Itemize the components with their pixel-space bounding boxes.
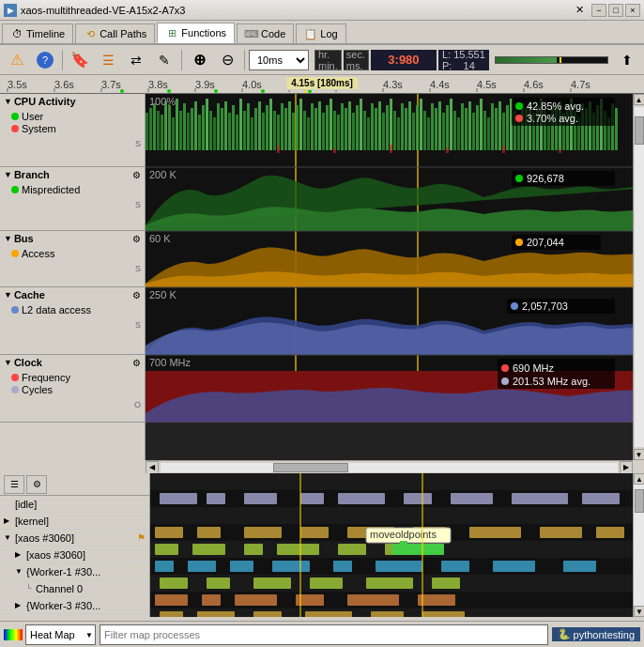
idle-arrow bbox=[4, 500, 13, 508]
svg-text:3.8s: 3.8s bbox=[148, 79, 168, 90]
tree-item-idle[interactable]: [idle] bbox=[0, 496, 149, 513]
tree-item-worker1[interactable]: ▼ {Worker-1 #30... bbox=[0, 563, 149, 580]
filter-processes-input[interactable] bbox=[100, 624, 548, 645]
svg-rect-230 bbox=[400, 541, 407, 548]
charts-scrollbar: ▲ ▼ bbox=[633, 94, 644, 460]
svg-rect-107 bbox=[412, 113, 415, 150]
svg-rect-244 bbox=[253, 578, 291, 589]
cache-header[interactable]: ▼ Cache ⚙ bbox=[0, 287, 145, 302]
svg-rect-46 bbox=[183, 103, 186, 150]
time-dropdown[interactable]: 10ms 1ms 100ms bbox=[249, 50, 309, 70]
tab-close-icon[interactable]: ✕ bbox=[575, 4, 584, 16]
filter-btn[interactable]: ☰ bbox=[95, 48, 121, 72]
heatmap-icon bbox=[4, 626, 23, 643]
tree-item-worker3[interactable]: ▶ {Worker-3 #30... bbox=[0, 597, 149, 614]
legend-frequency: Frequency bbox=[11, 372, 137, 383]
h-scroll-left-btn[interactable]: ◀ bbox=[146, 461, 159, 474]
svg-rect-103 bbox=[397, 117, 400, 150]
tree-item-kernel[interactable]: ▶ [kernel] bbox=[0, 513, 149, 530]
svg-rect-232 bbox=[155, 561, 174, 572]
zoom-in-icon: ⊕ bbox=[193, 51, 206, 69]
cpu-expand-arrow: ▼ bbox=[4, 97, 12, 106]
tab-timeline[interactable]: ⏱ Timeline bbox=[2, 23, 73, 43]
scroll-down-btn[interactable]: ▼ bbox=[634, 449, 645, 460]
settings-btn[interactable]: ⚙ bbox=[26, 475, 47, 494]
zoom-out-btn[interactable]: ⊖ bbox=[214, 48, 240, 72]
warning-btn[interactable]: ⚠ bbox=[4, 48, 30, 72]
bookmark-btn[interactable]: 🔖 bbox=[67, 48, 93, 72]
svg-rect-166 bbox=[502, 146, 505, 153]
export-btn[interactable]: ⬆ bbox=[614, 48, 640, 72]
maximize-btn[interactable]: □ bbox=[608, 4, 623, 17]
svg-rect-125 bbox=[480, 99, 483, 150]
scroll-thumb[interactable] bbox=[635, 116, 644, 145]
mispredicted-label: Mispredicted bbox=[22, 184, 80, 195]
svg-point-181 bbox=[515, 239, 523, 246]
svg-text:42.85% avg.: 42.85% avg. bbox=[527, 100, 584, 112]
svg-rect-54 bbox=[213, 117, 216, 150]
svg-rect-76 bbox=[296, 105, 299, 150]
python-badge: 🐍 pythontesting bbox=[552, 627, 640, 641]
svg-rect-267 bbox=[4, 629, 23, 640]
charts-h-scrollbar: ◀ ▶ bbox=[146, 460, 633, 473]
python-icon: 🐍 bbox=[558, 628, 571, 640]
svg-rect-258 bbox=[253, 611, 282, 617]
svg-rect-41 bbox=[164, 101, 167, 150]
tab-functions[interactable]: ⊞ Functions bbox=[157, 23, 235, 43]
branch-header[interactable]: ▼ Branch ⚙ bbox=[0, 167, 145, 182]
time-selector: 10ms 1ms 100ms bbox=[249, 50, 309, 70]
heatmap-select[interactable]: Heat Map bbox=[25, 624, 96, 645]
scroll-track[interactable] bbox=[635, 107, 644, 447]
timeline-scroll-up[interactable]: ▲ bbox=[634, 473, 644, 485]
svg-rect-239 bbox=[493, 561, 535, 572]
svg-rect-205 bbox=[404, 493, 432, 504]
tree-item-worker4[interactable]: ▶ {Worker-4 #30... bbox=[0, 614, 149, 617]
worker1-label: {Worker-1 #30... bbox=[26, 566, 100, 578]
svg-text:690 MHz: 690 MHz bbox=[513, 362, 555, 374]
scroll-up-btn[interactable]: ▲ bbox=[634, 94, 645, 105]
clock-header[interactable]: ▼ Clock ⚙ bbox=[0, 355, 145, 370]
cpu-activity-header[interactable]: ▼ CPU Activity bbox=[0, 94, 145, 109]
zoom-in-btn[interactable]: ⊕ bbox=[186, 48, 212, 72]
h-scroll-right-btn[interactable]: ▶ bbox=[620, 461, 633, 474]
list-view-btn[interactable]: ☰ bbox=[4, 475, 24, 494]
svg-rect-238 bbox=[441, 561, 469, 572]
h-scroll-track[interactable] bbox=[161, 463, 618, 472]
svg-rect-242 bbox=[160, 578, 188, 589]
clock-gear-icon[interactable]: ⚙ bbox=[132, 358, 141, 368]
svg-text:200 K: 200 K bbox=[149, 169, 176, 180]
svg-rect-106 bbox=[408, 101, 411, 150]
bus-gear-icon[interactable]: ⚙ bbox=[132, 234, 141, 244]
bus-header[interactable]: ▼ Bus ⚙ bbox=[0, 231, 145, 246]
tab-callpaths[interactable]: ⟲ Call Paths bbox=[75, 23, 155, 43]
tab-log[interactable]: 📋 Log bbox=[296, 23, 345, 43]
time-stats: L: 15.551 P: 14 bbox=[438, 50, 489, 70]
svg-rect-68 bbox=[266, 105, 268, 150]
tree-item-channel0[interactable]: └ Channel 0 bbox=[0, 580, 149, 597]
tab-functions-label: Functions bbox=[181, 27, 226, 39]
close-btn[interactable]: × bbox=[625, 4, 640, 17]
help-btn[interactable]: ? bbox=[32, 48, 58, 72]
svg-rect-240 bbox=[563, 561, 596, 572]
heatmap-dropdown-wrap: Heat Map ▼ bbox=[25, 624, 96, 645]
svg-point-29 bbox=[261, 89, 265, 93]
svg-rect-105 bbox=[405, 108, 407, 150]
annotate-btn[interactable]: ✎ bbox=[151, 48, 177, 72]
svg-text:moveoldpoints: moveoldpoints bbox=[370, 529, 437, 540]
svg-rect-85 bbox=[330, 99, 332, 150]
tree-item-xaos3060[interactable]: ▼ [xaos #3060] ⚑ bbox=[0, 530, 149, 547]
minimize-btn[interactable]: − bbox=[591, 4, 606, 17]
system-label: System bbox=[22, 123, 56, 134]
nav-btn[interactable]: ⇄ bbox=[123, 48, 149, 72]
timeline-scroll-thumb[interactable] bbox=[635, 489, 644, 513]
svg-rect-221 bbox=[155, 544, 178, 555]
timeline-scroll-track[interactable] bbox=[634, 485, 644, 606]
timeline-scroll-down[interactable]: ▼ bbox=[634, 606, 644, 617]
svg-rect-40 bbox=[161, 115, 163, 150]
mispredicted-dot bbox=[11, 186, 19, 193]
tab-code[interactable]: ⌨ Code bbox=[237, 23, 294, 43]
branch-gear-icon[interactable]: ⚙ bbox=[132, 170, 141, 180]
cache-gear-icon[interactable]: ⚙ bbox=[132, 290, 141, 300]
tree-item-xaos-child[interactable]: ▶ [xaos #3060] bbox=[0, 547, 149, 563]
h-scroll-thumb[interactable] bbox=[273, 463, 348, 472]
